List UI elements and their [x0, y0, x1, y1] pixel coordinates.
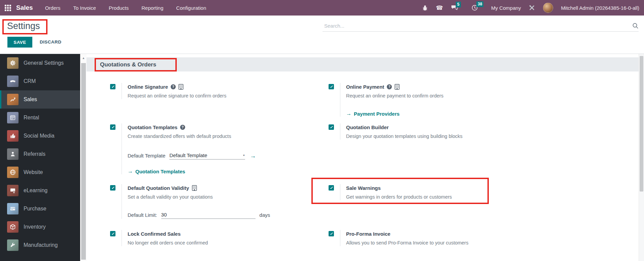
setting-label: Pro-Forma Invoice — [346, 231, 391, 237]
search-icon[interactable] — [632, 23, 639, 29]
globe-icon — [7, 167, 19, 178]
person-icon — [7, 148, 19, 160]
nav-right-cluster: ☎ 5 38 My Company Mitchell Admin (202643… — [422, 3, 639, 13]
quotation-builder-checkbox[interactable]: ✓ — [329, 124, 334, 130]
gear-icon — [7, 57, 19, 69]
apps-grid-icon[interactable] — [5, 5, 11, 11]
sidebar-item-inventory[interactable]: Inventory — [0, 218, 80, 236]
setting-quotation-templates: ✓ Quotation Templates ? Create standardi… — [110, 123, 256, 174]
chevron-down-icon: ▼ — [242, 154, 245, 157]
sidebar-item-website[interactable]: Website — [0, 163, 80, 181]
help-icon: ? — [387, 84, 392, 89]
discard-button[interactable]: DISCARD — [40, 39, 61, 45]
default-template-select[interactable]: Default Template ▼ — [169, 152, 245, 160]
link-arrow-icon: → — [346, 111, 351, 117]
default-quotation-validity-checkbox[interactable]: ✓ — [110, 185, 115, 191]
setting-online-payment: ✓ Online Payment ? Request an online pay… — [329, 83, 443, 117]
setting-label: Online Payment — [346, 84, 384, 90]
save-button[interactable]: SAVE — [7, 37, 32, 48]
default-limit-field-row: Default Limit: 30 days — [128, 212, 270, 219]
top-navbar: Sales Orders To Invoice Products Reporti… — [0, 0, 644, 16]
setting-online-signature: ✓ Online Signature ? Request an online s… — [110, 83, 226, 99]
setting-quotation-builder: ✓ Quotation Builder Design your quotatio… — [329, 123, 463, 140]
nav-menu: Orders To Invoice Products Reporting Con… — [45, 5, 206, 11]
setting-description: No longer edit orders once confirmed — [128, 239, 208, 246]
menu-orders[interactable]: Orders — [45, 5, 61, 11]
enterprise-building-icon — [192, 185, 197, 191]
messages-badge: 5 — [456, 2, 461, 7]
user-avatar[interactable] — [543, 3, 553, 13]
sidebar-item-elearning[interactable]: eLearning — [0, 181, 80, 200]
sidebar-scrollbar-thumb[interactable] — [81, 63, 86, 260]
app-name[interactable]: Sales — [16, 4, 33, 11]
check-icon: ✓ — [330, 125, 333, 129]
page-scrollbar-thumb[interactable] — [640, 56, 643, 192]
bug-icon[interactable] — [422, 5, 428, 11]
search-bar — [323, 20, 639, 32]
setting-description: Get warnings in orders for products or c… — [346, 194, 452, 200]
thumbs-up-icon — [7, 130, 19, 142]
debug-tools-icon[interactable] — [529, 4, 535, 11]
setting-label: Sale Warnings — [346, 185, 381, 191]
box-icon — [7, 221, 19, 233]
settings-title-annotation-box: Settings — [2, 19, 47, 34]
check-icon: ✓ — [111, 85, 114, 89]
activities-clock-icon[interactable]: 38 — [471, 4, 478, 11]
scroll-up-arrow-icon[interactable]: ▲ — [80, 56, 87, 60]
user-menu[interactable]: Mitchell Admin (20264385-16-0-all) — [561, 5, 639, 11]
sidebar-item-purchase[interactable]: Purchase — [0, 200, 80, 218]
setting-label: Default Quotation Validity — [128, 185, 189, 191]
sidebar-item-general-settings[interactable]: General Settings — [0, 54, 80, 72]
sales-chart-icon — [7, 94, 19, 105]
search-input[interactable] — [323, 23, 632, 29]
help-icon: ? — [171, 84, 176, 89]
sale-warnings-checkbox[interactable]: ✓ — [329, 185, 334, 191]
setting-label: Lock Confirmed Sales — [128, 231, 181, 237]
setting-default-quotation-validity: ✓ Default Quotation Validity Set a defau… — [110, 184, 270, 219]
setting-sale-warnings: ✓ Sale Warnings Get warnings in orders f… — [329, 184, 452, 200]
default-limit-input[interactable]: 30 — [161, 212, 256, 219]
activities-badge: 38 — [476, 1, 483, 7]
section-title-annotation-box: Quotations & Orders — [95, 58, 177, 71]
company-switcher[interactable]: My Company — [491, 5, 521, 11]
quotation-templates-checkbox[interactable]: ✓ — [110, 124, 115, 130]
credit-card-icon — [7, 203, 19, 214]
setting-lock-confirmed-sales: ✓ Lock Confirmed Sales No longer edit or… — [110, 230, 208, 246]
setting-description: Set a default validity on your quotation… — [128, 194, 270, 200]
section-title: Quotations & Orders — [100, 61, 156, 68]
messages-icon[interactable]: 5 — [451, 5, 458, 11]
online-payment-checkbox[interactable]: ✓ — [329, 84, 334, 89]
help-icon: ? — [180, 125, 185, 130]
default-template-field-row: Default Template Default Template ▼ → — [128, 152, 256, 160]
page-scrollbar[interactable] — [639, 54, 644, 261]
setting-description: Design your quotation templates using bu… — [346, 133, 463, 140]
sidebar-item-rental[interactable]: Rental — [0, 109, 80, 127]
sidebar-item-social-media[interactable]: Social Media — [0, 127, 80, 145]
field-label: Default Limit: — [128, 212, 157, 219]
pro-forma-invoice-checkbox[interactable]: ✓ — [329, 231, 334, 236]
check-icon: ✓ — [111, 125, 114, 129]
setting-description: Request an online payment to confirm ord… — [346, 92, 443, 99]
sidebar-scrollbar[interactable]: ▲ — [80, 54, 87, 261]
menu-configuration[interactable]: Configuration — [176, 5, 206, 11]
online-signature-checkbox[interactable]: ✓ — [110, 84, 115, 89]
payment-providers-link[interactable]: → Payment Providers — [346, 111, 443, 117]
settings-content: Quotations & Orders ✓ Online Signature ?… — [87, 54, 639, 261]
menu-to-invoice[interactable]: To Invoice — [73, 5, 96, 11]
check-icon: ✓ — [330, 186, 333, 190]
open-record-arrow-icon[interactable]: → — [250, 152, 256, 160]
calendar-icon — [7, 112, 19, 123]
voip-phone-icon[interactable]: ☎ — [436, 5, 443, 11]
setting-description: Allows you to send Pro-Forma Invoice to … — [346, 239, 468, 246]
setting-label: Online Signature — [128, 84, 168, 90]
sidebar-item-referrals[interactable]: Referrals — [0, 145, 80, 163]
sidebar-item-sales[interactable]: Sales — [0, 90, 80, 109]
menu-products[interactable]: Products — [109, 5, 129, 11]
sidebar-item-crm[interactable]: CRM — [0, 72, 80, 90]
lock-confirmed-sales-checkbox[interactable]: ✓ — [110, 231, 115, 236]
sidebar-item-manufacturing[interactable]: Manufacturing — [0, 236, 80, 254]
handshake-icon — [7, 76, 19, 87]
quotation-templates-link[interactable]: → Quotation Templates — [128, 168, 256, 174]
field-label: Default Template — [128, 153, 165, 160]
menu-reporting[interactable]: Reporting — [141, 5, 163, 11]
